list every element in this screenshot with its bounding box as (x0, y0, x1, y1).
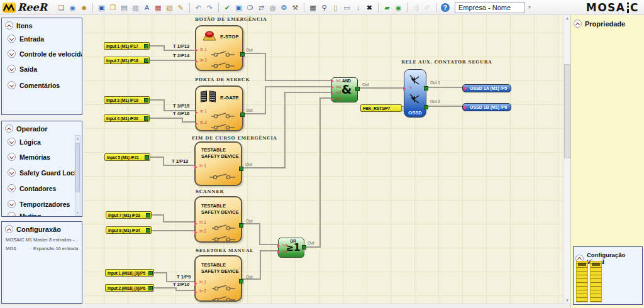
redo-icon[interactable]: ↷ (204, 2, 215, 13)
undo-icon[interactable]: ↶ (193, 2, 204, 13)
compare-icon[interactable]: ⇄ (256, 2, 267, 13)
chevron-down-icon[interactable] (8, 50, 16, 58)
gate-panel-icon (209, 91, 216, 102)
port-out (355, 87, 360, 91)
port-in-arrow (194, 282, 199, 285)
module-io-icon[interactable]: ▰ (382, 2, 392, 13)
input-tag-5[interactable]: Input 5 (M1) /P21 (104, 153, 150, 161)
contact-icon (211, 122, 235, 131)
company-name-field[interactable]: Empresa - Nome (455, 2, 525, 13)
sidebar-item-contadores[interactable]: Contadores (8, 184, 56, 192)
monitor-icon[interactable]: ▦ (308, 2, 318, 13)
input-tag-3[interactable]: Input 3 (M1) /P19 (104, 96, 150, 104)
reer-logo: ReeR (3, 1, 47, 13)
scanner-block[interactable]: TESTABLE SAFETY DEVICE In 1 In 2 (194, 196, 242, 243)
config-row-master[interactable]: MOSAIC M1 Master 8 entradas -... (6, 237, 78, 243)
operador-scrollbar[interactable]: ▲ ▼ (75, 135, 80, 216)
print-preview-icon[interactable]: ▥ (130, 2, 141, 13)
scrollbar-thumb[interactable] (564, 64, 570, 158)
table-icon[interactable]: ▦ (153, 2, 164, 13)
notes-icon[interactable]: ▧ (164, 2, 175, 13)
wire (319, 97, 321, 248)
port-out (144, 58, 148, 63)
properties-panel-header[interactable]: Propriedade (571, 15, 644, 28)
ossd-block[interactable]: OSSD In (404, 69, 426, 118)
chevron-down-icon[interactable] (8, 200, 16, 208)
zoom-icon[interactable]: ⚲ (319, 2, 330, 13)
sidebar-item-muting[interactable]: Muting (8, 212, 41, 217)
send-project-icon[interactable]: ▣ (233, 2, 244, 13)
chevron-down-icon[interactable] (8, 168, 16, 177)
collapse-up-icon[interactable] (574, 19, 582, 28)
scrollbar-thumb[interactable] (75, 143, 80, 192)
fbk-rst-tag[interactable]: FBK_RST1/P7 (360, 104, 402, 112)
collapse-up-icon[interactable] (5, 225, 13, 233)
chevron-down-icon[interactable] (8, 212, 16, 217)
input-tag-4[interactable]: Input 4 (M1) /P20 (104, 114, 150, 122)
input-tag-mi16-2[interactable]: Input 2 (MI16) [0]/P6 (105, 284, 154, 292)
ossd-output-tag-1b[interactable]: OSSD 1B (M1) /P6 (462, 103, 511, 111)
web-update-icon[interactable]: ◉ (67, 2, 78, 13)
module-thumbnail-m1[interactable] (576, 261, 588, 302)
chevron-down-icon[interactable] (8, 65, 16, 73)
new-project-icon[interactable]: ❏ (56, 2, 67, 13)
seletora-block[interactable]: TESTABLE SAFETY DEVICE In 1 In 2 (194, 255, 242, 302)
input-tag-mi16-1[interactable]: Input 1 (MI16) [0]/P5 (105, 269, 154, 277)
fim-de-curso-block[interactable]: TESTABLE SAFETY DEVICE In 1 (194, 141, 242, 186)
estop-block[interactable]: E-STOP In 1 In 2 (195, 25, 243, 71)
sidebar-item-memorias[interactable]: Memórias (8, 153, 50, 161)
tools-icon[interactable]: ⚒ (290, 2, 301, 13)
user-password-icon[interactable]: ☻ (79, 2, 89, 13)
collapse-up-icon[interactable] (5, 21, 13, 30)
connect-icon[interactable]: ❂ (279, 2, 289, 13)
chevron-down-icon[interactable] (8, 138, 16, 146)
canvas-horizontal-scrollbar[interactable] (0, 304, 644, 308)
sidebar-item-safety-guard-lock[interactable]: Safety Guard Lock (8, 168, 78, 177)
chevron-down-icon[interactable] (8, 81, 16, 89)
panel-operador-header[interactable]: Operador (2, 121, 82, 133)
toolbar-overflow-icon[interactable]: ▾ (528, 4, 531, 10)
edit-icon[interactable]: ✎ (175, 2, 186, 13)
panel-configuracao-header[interactable]: Configuraxão (2, 222, 82, 233)
config-row-expansion[interactable]: MI16 Expansão 16 entrada (6, 246, 78, 251)
sidebar-item-logica[interactable]: Lógica (8, 138, 41, 146)
sidebar-item-temporizadores[interactable]: Temporizadores (8, 200, 70, 208)
ossd-output-tag-1a[interactable]: OSSD 1A (M1) /P5 (462, 84, 511, 92)
input-tag-8[interactable]: Input 8 (M1) /P24 (106, 226, 152, 234)
report-icon[interactable]: A (142, 2, 152, 13)
or-gate-block[interactable]: OR ≥1 In1 In2 (278, 238, 304, 258)
and-gate-block[interactable]: AND & In1 In2 In3 In4 (331, 77, 358, 102)
sidebar-item-comentarios[interactable]: Comentários (8, 81, 60, 89)
run-icon[interactable]: ◉ (393, 2, 404, 13)
target-icon[interactable]: ◎ (267, 2, 278, 13)
download-icon[interactable]: ↓ (353, 2, 364, 13)
help-icon[interactable]: ? (441, 3, 450, 12)
panel-operador-title: Operador (16, 125, 48, 133)
history-icon[interactable]: ⇶ (411, 2, 421, 13)
egate-block[interactable]: E-GATE In 1 In 2 (195, 85, 243, 131)
chevron-down-icon[interactable] (8, 184, 16, 192)
module-thumbnail-mi16[interactable] (590, 261, 602, 302)
log-icon[interactable]: ▯ (330, 2, 341, 13)
log2-icon[interactable]: ✐ (422, 2, 433, 13)
input-tag-1[interactable]: Input 1 (M1) /P17 (104, 42, 150, 50)
disconnect-icon[interactable]: ✖ (364, 2, 375, 13)
validate-icon[interactable]: ✔ (222, 2, 233, 13)
collapse-up-icon[interactable] (5, 124, 13, 133)
input-tag-7[interactable]: Input 7 (M1) /P23 (106, 211, 152, 219)
print-icon[interactable]: ▤ (119, 2, 130, 13)
sidebar-item-saida[interactable]: Saída (8, 65, 37, 73)
panel-itens-header[interactable]: Itens (2, 18, 82, 30)
pin-icon[interactable]: ❍ (245, 2, 255, 13)
sidebar-item-controle-velocidade[interactable]: Controle de velocidade (8, 50, 82, 58)
canvas-vertical-scrollbar[interactable]: ▲ ▼ (563, 15, 570, 304)
diagram-canvas[interactable]: BOTÃO DE EMERGÊNCIA PORTA DE STRECK FIM … (84, 15, 563, 304)
port-in-arrow (195, 48, 200, 52)
chevron-down-icon[interactable] (8, 153, 16, 161)
save-icon[interactable]: ▣ (96, 2, 107, 13)
chevron-down-icon[interactable] (8, 35, 16, 43)
open-icon[interactable]: ❒ (108, 2, 118, 13)
sidebar-item-entrada[interactable]: Entrada (8, 35, 44, 43)
input-tag-2[interactable]: Input 2 (M1) /P18 (104, 57, 150, 64)
display-icon[interactable]: ▭ (341, 2, 352, 13)
